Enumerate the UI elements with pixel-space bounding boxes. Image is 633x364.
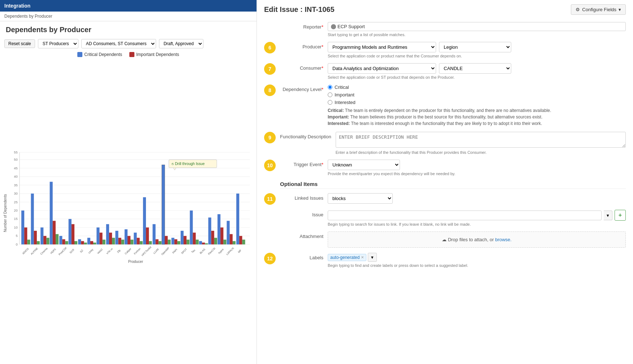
svg-text:SCR: SCR xyxy=(69,248,75,254)
important-color-box xyxy=(129,52,134,57)
svg-text:Cinema: Cinema xyxy=(40,247,48,255)
functionality-textarea[interactable] xyxy=(336,132,626,148)
svg-rect-34 xyxy=(40,228,43,244)
issue-row: Issue ▾ + Begin typing to search for iss… xyxy=(264,210,626,226)
attachment-browse-link[interactable]: browse. xyxy=(495,237,512,242)
dep-interested-option[interactable]: Interested xyxy=(328,100,626,105)
legend-critical: Critical Dependents xyxy=(77,52,122,57)
svg-text:hypre: hypre xyxy=(218,248,224,255)
chart-controls: Reset scale ST Producers AD Consumers, S… xyxy=(0,37,257,51)
svg-rect-26 xyxy=(21,211,24,244)
trigger-hint: Provide the event/quarter you expect thi… xyxy=(328,172,626,176)
producers-filter[interactable]: ST Producers xyxy=(38,39,78,48)
reset-scale-button[interactable]: Reset scale xyxy=(4,39,35,48)
issue-add-button[interactable]: + xyxy=(615,210,626,221)
integration-header: Integration xyxy=(0,0,257,12)
svg-text:LAPACK: LAPACK xyxy=(226,247,235,256)
svg-text:30: 30 xyxy=(14,192,18,195)
linked-issues-row: 11 Linked Issues blocks xyxy=(264,193,626,205)
optional-items-header: Optional Items xyxy=(280,181,626,189)
svg-rect-75 xyxy=(137,238,139,244)
dep-critical-option[interactable]: Critical xyxy=(328,84,626,90)
svg-rect-86 xyxy=(162,165,165,244)
step-11-badge: 11 xyxy=(264,193,276,205)
svg-text:OpenMP: OpenMP xyxy=(161,247,170,256)
issue-input-row: ▾ + xyxy=(328,210,626,221)
trigger-event-content: Unknown Provide the event/quarter you ex… xyxy=(328,160,626,176)
svg-rect-80 xyxy=(149,241,152,244)
svg-rect-48 xyxy=(74,241,77,244)
svg-rect-120 xyxy=(242,240,245,244)
svg-text:15: 15 xyxy=(14,217,18,221)
legend-important: Important Dependents xyxy=(129,52,179,57)
svg-rect-72 xyxy=(130,240,133,244)
dep-critical-radio[interactable] xyxy=(328,85,332,90)
trigger-select[interactable]: Unknown xyxy=(328,160,400,170)
svg-rect-35 xyxy=(43,236,46,244)
gear-icon: ⚙ xyxy=(576,7,580,12)
svg-text:MF: MF xyxy=(237,249,242,254)
svg-rect-66 xyxy=(115,231,118,244)
consumer-select2[interactable]: CANDLE xyxy=(439,63,511,74)
svg-text:Producer: Producer xyxy=(128,260,143,264)
dep-important-option[interactable]: Important xyxy=(328,92,626,98)
bar-chart-svg: Number of Dependents 0 5 10 15 20 25 xyxy=(3,58,254,364)
producer-select1[interactable]: Programming Models and Runtimes xyxy=(328,42,436,52)
step-9-badge: 9 xyxy=(264,132,276,143)
svg-text:ADIOS: ADIOS xyxy=(22,247,30,255)
svg-rect-59 xyxy=(99,233,102,244)
critical-color-box xyxy=(77,52,82,57)
right-panel: Edit Issue : INT-1065 ⚙ Configure Fields… xyxy=(257,0,633,364)
svg-rect-31 xyxy=(34,231,37,244)
svg-rect-92 xyxy=(177,241,180,244)
dep-important-radio[interactable] xyxy=(328,92,332,97)
svg-text:25: 25 xyxy=(14,200,18,204)
configure-fields-label: Configure Fields xyxy=(582,7,616,12)
svg-text:40: 40 xyxy=(14,175,18,178)
step-6-badge: 6 xyxy=(264,42,276,53)
svg-rect-102 xyxy=(199,241,202,244)
chart-breadcrumb: Dependents by Producer xyxy=(0,12,257,21)
svg-rect-70 xyxy=(125,229,128,244)
svg-rect-42 xyxy=(59,236,62,244)
labels-dropdown-button[interactable]: ▾ xyxy=(368,253,377,262)
svg-rect-38 xyxy=(50,182,53,244)
svg-rect-119 xyxy=(239,236,242,244)
svg-rect-63 xyxy=(109,233,112,244)
attachment-text: Drop files to attach, or xyxy=(448,237,494,242)
svg-rect-28 xyxy=(27,240,30,244)
svg-rect-88 xyxy=(168,240,171,244)
reporter-input-wrapper[interactable]: ECP Support xyxy=(328,22,626,31)
svg-rect-64 xyxy=(112,238,115,244)
linked-issues-type-select[interactable]: blocks xyxy=(328,193,393,204)
functionality-row: 9 Functionality Description Enter a brie… xyxy=(264,132,626,155)
svg-text:SZ: SZ xyxy=(79,249,84,254)
consumer-select1[interactable]: Data Analytics and Optimization xyxy=(328,63,436,74)
svg-text:Unity: Unity xyxy=(88,248,94,254)
dependency-level-row: 8 Dependency Level* Critical Important I… xyxy=(264,84,626,127)
svg-rect-51 xyxy=(81,241,84,244)
reporter-avatar xyxy=(331,24,336,29)
reporter-value: ECP Support xyxy=(337,24,365,29)
producer-select2[interactable]: Legion xyxy=(439,42,511,52)
producer-label: Producer* xyxy=(280,42,323,49)
issue-input[interactable] xyxy=(328,211,602,220)
label-tag-remove[interactable]: ✕ xyxy=(361,255,364,259)
consumers-filter[interactable]: AD Consumers, ST Consumers xyxy=(81,39,156,48)
producer-row: 6 Producer* Programming Models and Runti… xyxy=(264,42,626,58)
status-filter[interactable]: Draft, Approved xyxy=(159,39,203,48)
svg-rect-55 xyxy=(90,241,93,244)
issue-dropdown-button[interactable]: ▾ xyxy=(604,211,612,220)
svg-rect-87 xyxy=(165,236,168,244)
svg-text:ALPINE: ALPINE xyxy=(30,247,39,256)
svg-rect-54 xyxy=(87,238,90,244)
reporter-label: Reporter* xyxy=(280,22,323,30)
svg-text:FlexCSI: FlexCSI xyxy=(207,247,216,256)
dep-interested-radio[interactable] xyxy=(328,100,332,105)
page-header: Edit Issue : INT-1065 ⚙ Configure Fields… xyxy=(264,4,626,15)
attachment-dropzone[interactable]: ☁ Drop files to attach, or browse. xyxy=(328,231,626,248)
svg-text:LLVM: LLVM xyxy=(153,248,159,255)
configure-fields-button[interactable]: ⚙ Configure Fields ▾ xyxy=(571,4,626,15)
svg-text:Number of Dependents: Number of Dependents xyxy=(3,194,7,232)
svg-rect-68 xyxy=(121,240,124,244)
